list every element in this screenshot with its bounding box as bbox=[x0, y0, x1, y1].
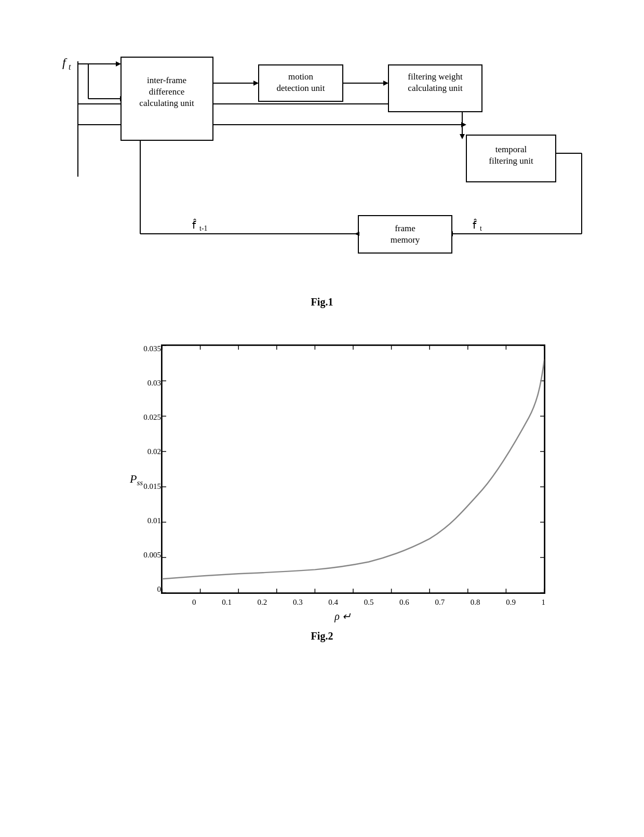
svg-text:f̂: f̂ bbox=[473, 219, 477, 231]
svg-marker-3 bbox=[116, 61, 121, 67]
svg-marker-9 bbox=[460, 134, 465, 139]
x-axis-label: ρ ↵ bbox=[334, 610, 351, 622]
svg-text:t: t bbox=[69, 62, 71, 71]
svg-rect-30 bbox=[121, 57, 213, 140]
svg-text:calculating unit: calculating unit bbox=[139, 98, 194, 108]
y-tick-labels: 0.035 0.03 0.025 0.02 0.015 0.01 0.005 0 bbox=[132, 344, 161, 594]
svg-text:temporal: temporal bbox=[495, 144, 527, 154]
svg-text:t-1: t-1 bbox=[199, 224, 208, 232]
fig2-container: Pss 0.035 0.03 0.025 0.02 0.015 0.01 0.0… bbox=[88, 334, 556, 625]
svg-marker-16 bbox=[120, 96, 125, 101]
svg-marker-7 bbox=[383, 81, 388, 86]
svg-rect-43 bbox=[358, 216, 452, 253]
svg-text:filtering unit: filtering unit bbox=[489, 156, 533, 166]
svg-text:frame: frame bbox=[395, 223, 415, 233]
svg-rect-34 bbox=[259, 65, 343, 101]
svg-marker-5 bbox=[253, 81, 259, 86]
svg-rect-40 bbox=[466, 135, 556, 182]
svg-text:f: f bbox=[62, 56, 68, 69]
chart-box bbox=[161, 344, 545, 594]
svg-text:motion: motion bbox=[288, 72, 314, 82]
x-tick-labels: 0 0.1 0.2 0.3 0.4 0.5 0.6 0.7 0.8 0.9 1 bbox=[192, 598, 545, 607]
fig1-diagram: f t bbox=[36, 21, 608, 291]
svg-text:filtering weight: filtering weight bbox=[408, 72, 463, 82]
svg-text:inter-frame: inter-frame bbox=[147, 75, 186, 85]
svg-text:memory: memory bbox=[391, 235, 420, 245]
svg-text:t: t bbox=[480, 224, 482, 232]
svg-marker-17 bbox=[461, 101, 466, 107]
fig2-caption: Fig.2 bbox=[31, 630, 613, 642]
svg-marker-46 bbox=[354, 232, 359, 236]
svg-marker-21 bbox=[448, 231, 453, 236]
svg-text:calculating unit: calculating unit bbox=[408, 83, 463, 93]
fig1-caption: Fig.1 bbox=[31, 296, 613, 308]
svg-text:difference: difference bbox=[149, 87, 185, 97]
svg-text:detection unit: detection unit bbox=[276, 83, 325, 93]
svg-rect-37 bbox=[388, 65, 482, 112]
fig2-chart-area: Pss 0.035 0.03 0.025 0.02 0.015 0.01 0.0… bbox=[130, 334, 556, 625]
svg-text:f̂: f̂ bbox=[192, 219, 196, 231]
svg-marker-13 bbox=[461, 122, 466, 127]
